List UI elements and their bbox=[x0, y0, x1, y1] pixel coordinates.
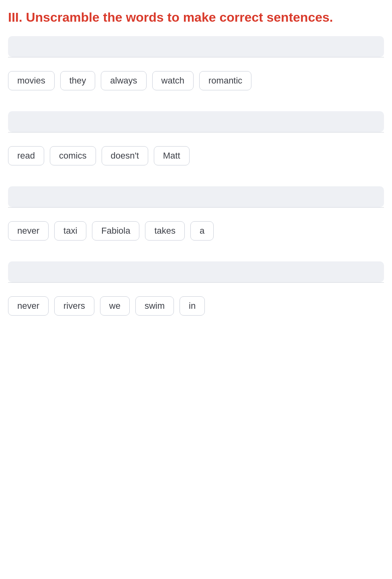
exercise-section-2: readcomicsdoesn'tMatt bbox=[8, 111, 384, 173]
word-chip-2-2[interactable]: comics bbox=[50, 146, 96, 165]
word-chip-4-3[interactable]: we bbox=[100, 296, 130, 316]
divider-1 bbox=[8, 57, 384, 57]
answer-bar-4[interactable] bbox=[8, 261, 384, 282]
word-chip-2-4[interactable]: Matt bbox=[154, 146, 190, 165]
word-chip-1-5[interactable]: romantic bbox=[199, 71, 251, 90]
answer-bar-2[interactable] bbox=[8, 111, 384, 132]
word-chip-2-1[interactable]: read bbox=[8, 146, 44, 165]
word-chip-4-2[interactable]: rivers bbox=[54, 296, 94, 316]
page-title: III. Unscramble the words to make correc… bbox=[8, 10, 384, 25]
word-options-2: readcomicsdoesn'tMatt bbox=[8, 140, 384, 173]
word-options-3: nevertaxiFabiolatakesa bbox=[8, 215, 384, 249]
word-chip-4-4[interactable]: swim bbox=[135, 296, 174, 316]
exercise-section-1: moviestheyalwayswatchromantic bbox=[8, 36, 384, 98]
word-chip-1-4[interactable]: watch bbox=[152, 71, 194, 90]
word-chip-4-1[interactable]: never bbox=[8, 296, 49, 316]
word-chip-2-3[interactable]: doesn't bbox=[102, 146, 148, 165]
word-options-1: moviestheyalwayswatchromantic bbox=[8, 65, 384, 98]
exercise-section-4: neverriversweswimin bbox=[8, 261, 384, 324]
divider-4 bbox=[8, 282, 384, 283]
answer-bar-3[interactable] bbox=[8, 186, 384, 207]
exercise-section-3: nevertaxiFabiolatakesa bbox=[8, 186, 384, 249]
word-chip-3-2[interactable]: taxi bbox=[54, 221, 86, 241]
word-chip-4-5[interactable]: in bbox=[180, 296, 205, 316]
divider-3 bbox=[8, 207, 384, 208]
answer-bar-1[interactable] bbox=[8, 36, 384, 57]
word-chip-3-3[interactable]: Fabiola bbox=[92, 221, 139, 241]
word-options-4: neverriversweswimin bbox=[8, 290, 384, 324]
divider-2 bbox=[8, 132, 384, 133]
word-chip-1-1[interactable]: movies bbox=[8, 71, 55, 90]
word-chip-3-1[interactable]: never bbox=[8, 221, 49, 241]
word-chip-3-4[interactable]: takes bbox=[145, 221, 185, 241]
word-chip-1-2[interactable]: they bbox=[60, 71, 96, 90]
word-chip-3-5[interactable]: a bbox=[190, 221, 214, 241]
word-chip-1-3[interactable]: always bbox=[101, 71, 146, 90]
